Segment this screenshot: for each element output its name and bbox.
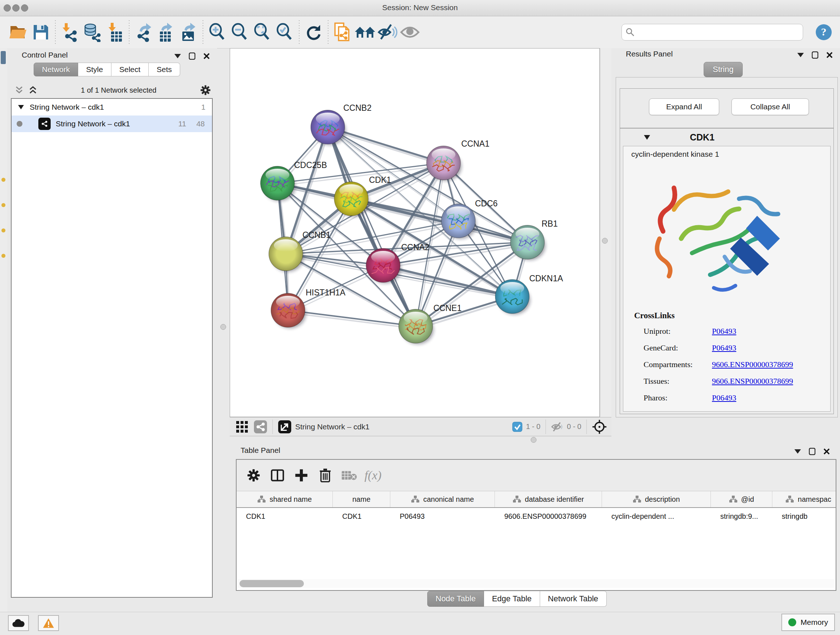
delete-table-button[interactable] (337, 464, 361, 486)
crosslink-link[interactable]: P06493 (712, 343, 736, 353)
panel-close-icon[interactable] (203, 53, 210, 59)
export-image-button[interactable] (177, 21, 200, 43)
node-CCNB2[interactable]: CCNB2 (311, 103, 371, 145)
table-row[interactable]: CDK1CDK1P064939606.ENSP00000378699cyclin… (237, 508, 836, 524)
gear-icon[interactable] (200, 84, 211, 96)
column-header--id[interactable]: @id (711, 491, 772, 507)
column-header-shared-name[interactable]: shared name (237, 491, 333, 507)
node-HIST1H1A[interactable]: HIST1H1A (271, 288, 346, 328)
zoom-fit-button[interactable] (251, 21, 273, 43)
cell[interactable]: CDK1 (333, 508, 390, 524)
birds-eye-grid-icon[interactable] (235, 420, 248, 433)
gene-entry-header[interactable]: CDK1 (620, 128, 834, 146)
zoom-in-button[interactable] (206, 21, 229, 43)
zoom-selected-button[interactable] (273, 21, 296, 43)
tab-network[interactable]: Network (34, 63, 78, 76)
cell[interactable]: cyclin-dependent ... (602, 508, 711, 524)
background-dot (2, 254, 5, 258)
chevron-down-icon[interactable] (18, 105, 24, 109)
tab-edge-table[interactable]: Edge Table (484, 591, 540, 607)
clone-network-icon (333, 22, 352, 43)
cell[interactable]: 9606.ENSP00000378699 (495, 508, 602, 524)
table-settings-button[interactable] (242, 464, 265, 486)
column-header-name[interactable]: name (333, 491, 390, 507)
crosslink-link[interactable]: P06493 (712, 326, 736, 336)
save-session-button[interactable] (30, 21, 52, 43)
crosslink-link[interactable]: 9606.ENSP00000378699 (712, 377, 793, 386)
splitter-handle[interactable] (531, 437, 537, 443)
column-header-canonical-name[interactable]: canonical name (390, 491, 495, 507)
crosslink-link[interactable]: 9606.ENSP00000378699 (712, 360, 793, 369)
panel-float-icon[interactable] (189, 52, 195, 60)
refresh-layout-button[interactable] (302, 21, 325, 43)
crosshair-icon[interactable] (592, 419, 607, 434)
tab-node-table[interactable]: Node Table (427, 591, 484, 607)
export-network-button[interactable] (133, 21, 155, 43)
horizontal-scrollbar[interactable] (238, 579, 834, 588)
panel-float-icon[interactable] (812, 51, 818, 59)
panel-menu-icon[interactable] (797, 53, 804, 57)
expand-all-button[interactable]: Expand All (649, 98, 719, 115)
network-overview-icon[interactable] (254, 420, 267, 434)
tab-style[interactable]: Style (78, 63, 111, 76)
cell[interactable]: P06493 (390, 508, 495, 524)
help-button[interactable]: ? (813, 21, 835, 43)
cloud-status-button[interactable] (8, 615, 29, 631)
warnings-button[interactable] (38, 615, 59, 631)
splitter-handle[interactable] (220, 324, 226, 330)
search-input[interactable] (638, 28, 803, 37)
clone-network-button[interactable] (332, 21, 354, 43)
network-row[interactable]: String Network – cdk1 11 48 (11, 116, 212, 132)
string-home-button[interactable] (354, 21, 376, 43)
collapse-all-button[interactable]: Collapse All (731, 98, 809, 115)
delete-column-button[interactable] (313, 464, 337, 486)
splitter-handle[interactable] (602, 238, 608, 244)
node-label-HIST1H1A: HIST1H1A (306, 288, 346, 297)
tab-select[interactable]: Select (111, 63, 149, 76)
string-network-graph[interactable]: CCNB2CCNA1CDC25BCDK1CDC6RB1CCNB1CCNA2CDK… (230, 49, 600, 417)
node-RB1[interactable]: RB1 (510, 219, 558, 260)
cell[interactable]: stringdb (772, 508, 840, 524)
network-canvas[interactable]: CCNB2CCNA1CDC25BCDK1CDC6RB1CCNB1CCNA2CDK… (230, 48, 600, 417)
tab-network-table[interactable]: Network Table (540, 591, 607, 607)
column-header-database-identifier[interactable]: database identifier (495, 491, 602, 507)
panel-float-icon[interactable] (809, 448, 815, 455)
node-table-box: f(x) shared namenamecanonical namedataba… (236, 459, 836, 591)
add-column-button[interactable] (289, 464, 313, 486)
panel-close-icon[interactable] (826, 52, 833, 58)
panel-menu-icon[interactable] (174, 54, 181, 58)
network-collection-row[interactable]: String Network – cdk1 1 (11, 99, 212, 116)
panel-menu-icon[interactable] (794, 449, 801, 454)
panel-close-icon[interactable] (823, 448, 830, 455)
memory-button[interactable]: Memory (782, 614, 835, 631)
show-columns-button[interactable] (265, 464, 289, 486)
column-header-namespac[interactable]: namespac (772, 491, 840, 507)
crosslink-link[interactable]: P06493 (712, 393, 736, 402)
open-in-new-window-icon[interactable] (278, 420, 292, 434)
node-CCNA1[interactable]: CCNA1 (426, 139, 489, 181)
import-network-file-button[interactable] (58, 21, 81, 43)
export-table-button[interactable] (155, 21, 177, 43)
tab-string[interactable]: String (704, 62, 743, 77)
right-splitter[interactable] (600, 48, 612, 417)
scrollbar-thumb[interactable] (240, 580, 304, 587)
edge-count: 48 (196, 119, 205, 128)
collapse-all-icon[interactable] (14, 86, 24, 95)
column-header-description[interactable]: description (602, 491, 711, 507)
import-network-database-button[interactable] (81, 21, 103, 43)
chevron-down-icon[interactable] (644, 135, 650, 140)
expand-all-icon[interactable] (28, 86, 38, 95)
show-all-button[interactable] (399, 21, 421, 43)
hide-selected-button[interactable] (376, 21, 399, 43)
cell[interactable]: stringdb:9... (711, 508, 772, 524)
selected-checkbox-icon[interactable] (512, 422, 523, 432)
database-import-icon (82, 22, 103, 42)
node-CDKN1A[interactable]: CDKN1A (495, 274, 563, 315)
import-table-button[interactable] (103, 21, 126, 43)
open-session-button[interactable] (7, 21, 30, 43)
zoom-selected-icon (275, 22, 294, 42)
zoom-out-button[interactable] (229, 21, 251, 43)
cell[interactable]: CDK1 (237, 508, 333, 524)
function-builder-button[interactable]: f(x) (361, 464, 385, 486)
tab-sets[interactable]: Sets (149, 63, 180, 76)
